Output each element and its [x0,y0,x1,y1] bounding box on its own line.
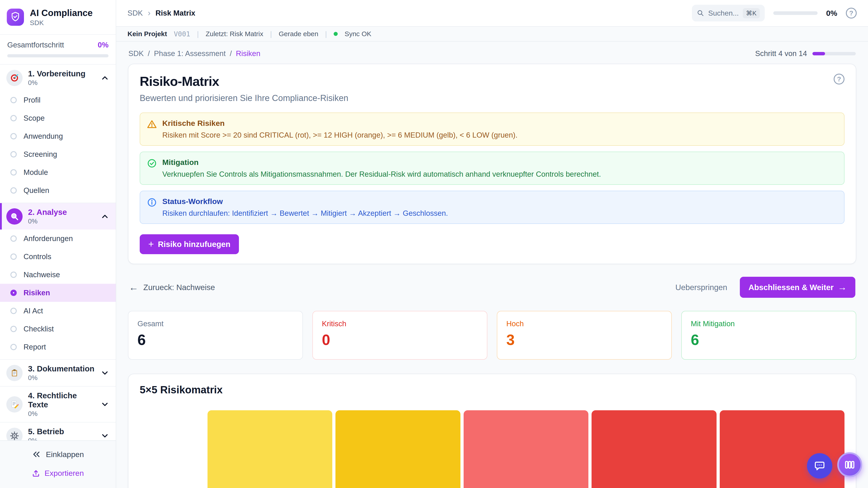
skip-button[interactable]: Ueberspringen [675,283,727,292]
matrix-cell[interactable] [464,410,588,488]
notice-title: Kritische Risiken [162,119,518,128]
divider: | [270,30,272,38]
main-area: SDK › Risk Matrix Suchen... ⌘K 0% ? Kein… [116,0,868,488]
memo-icon [6,396,23,413]
page-title: Risiko-Matrix [140,74,219,89]
section-header-dokumentation[interactable]: 3. Dokumentation 0% [0,360,116,386]
sidebar-item-risiken[interactable]: Risiken [0,284,116,302]
sidebar-item-screening[interactable]: Screening [0,145,116,163]
matrix-cell[interactable] [208,410,332,488]
complete-next-button[interactable]: Abschliessen & Weiter → [740,277,855,298]
header-progress-value: 0% [826,9,837,18]
section-percent: 0% [28,437,95,440]
chevron-down-icon [100,400,110,409]
stat-card-mit-mitigation: Mit Mitigation 6 [681,311,856,360]
section-header-rechtliche-texte[interactable]: 4. Rechtliche Texte 0% [0,387,116,422]
stat-card-gesamt: Gesamt 6 [128,311,303,360]
sidebar-item-nachweise[interactable]: Nachweise [0,266,116,284]
columns-icon [844,459,855,470]
sidebar: AI Compliance SDK Gesamtfortschritt 0% [0,0,116,488]
add-risk-button[interactable]: + Risiko hinzufuegen [140,234,239,254]
sidebar-item-quellen[interactable]: Quellen [0,182,116,199]
chevron-up-icon [100,212,110,221]
step-status-icon [10,115,17,121]
nav-section-betrieb: 5. Betrieb 0% [0,422,116,440]
upload-icon [32,469,40,477]
section-label: 2. Analyse [28,207,95,217]
sidebar-item-checklist[interactable]: Checklist [0,320,116,338]
nav-section-analyse: 2. Analyse 0% Anforderungen Controls Nac… [0,203,116,360]
back-button[interactable]: ← Zurueck: Nachweise [129,282,215,293]
risk-matrix-grid-card: 5×5 Risikomatrix [128,374,856,488]
sidebar-item-profil[interactable]: Profil [0,91,116,109]
sidebar-item-scope[interactable]: Scope [0,109,116,127]
breadcrumb-sdk[interactable]: SDK [128,49,144,58]
step-status-icon [10,271,17,278]
page-subtitle: Bewerten und priorisieren Sie Ihre Compl… [140,93,844,103]
stat-value: 6 [691,331,847,348]
app-root: AI Compliance SDK Gesamtfortschritt 0% [0,0,868,488]
step-status-icon [10,254,17,260]
sidebar-item-module[interactable]: Module [0,163,116,182]
breadcrumb-current: Risk Matrix [156,9,195,18]
shield-check-icon [10,11,21,23]
section-header-analyse[interactable]: 2. Analyse 0% [0,203,116,230]
step-status-icon [10,235,17,242]
section-header-betrieb[interactable]: 5. Betrieb 0% [0,422,116,440]
check-circle-icon [147,158,157,168]
export-button[interactable]: Exportieren [0,469,116,478]
nav-section-rechtliche-texte: 4. Rechtliche Texte 0% [0,387,116,422]
statusbar: Kein Projekt V001 | Zuletzt: Risk Matrix… [116,27,868,41]
gear-icon [6,428,23,441]
breadcrumb-phase[interactable]: Phase 1: Assessment [154,49,225,58]
sidebar-item-report[interactable]: Report [0,338,116,356]
notice-title: Status-Workflow [162,197,448,206]
divider: | [197,30,199,38]
stat-value: 0 [322,331,478,348]
matrix-cell[interactable] [592,410,716,488]
search-placeholder: Suchen... [708,9,739,18]
sidebar-item-controls[interactable]: Controls [0,248,116,266]
overall-progress-label: Gesamtfortschritt [7,41,64,49]
section-label: 5. Betrieb [28,427,95,436]
section-label: 1. Vorbereitung [28,69,95,78]
section-header-vorbereitung[interactable]: 1. Vorbereitung 0% [0,65,116,91]
step-status-icon [10,97,17,103]
breadcrumb-root[interactable]: SDK [127,9,143,18]
search-icon [697,9,704,17]
chat-bubble-icon [814,460,826,472]
divider: | [325,30,327,38]
notice-title: Mitigation [162,158,601,167]
sidebar-nav: 1. Vorbereitung 0% Profil Scope Anwendun… [0,65,116,440]
chevron-up-icon [100,73,110,83]
sidebar-item-anforderungen[interactable]: Anforderungen [0,230,116,248]
chevron-down-icon [100,431,110,440]
overall-progress-bar [7,54,108,57]
chevron-right-icon: › [148,8,151,18]
panel-toggle-fab-button[interactable] [837,452,862,477]
stat-value: 6 [137,331,293,348]
header-progress-bar [773,11,817,15]
app-subtitle: SDK [30,19,93,27]
risk-matrix-card: Risiko-Matrix ? Bewerten und priorisiere… [128,64,856,264]
sidebar-item-anwendung[interactable]: Anwendung [0,127,116,145]
breadcrumb-separator: / [148,49,150,58]
chat-fab-button[interactable] [807,453,832,479]
help-icon[interactable]: ? [846,8,857,19]
step-progress-bar [812,52,856,55]
breadcrumb-risiken: Risiken [236,49,260,58]
step-indicator: Schritt 4 von 14 [755,49,856,58]
version-badge: V001 [174,30,190,38]
arrow-left-icon: ← [129,282,138,293]
nav-section-vorbereitung: 1. Vorbereitung 0% Profil Scope Anwendun… [0,65,116,203]
step-status-icon [10,151,17,158]
app-logo [7,8,24,26]
card-help-icon[interactable]: ? [834,74,844,85]
sidebar-item-ai-act[interactable]: AI Act [0,302,116,320]
search-input[interactable]: Suchen... ⌘K [692,5,765,22]
export-label: Exportieren [44,469,84,478]
risk-matrix-grid [140,410,844,488]
collapse-sidebar-button[interactable]: Einklappen [0,450,116,459]
matrix-cell[interactable] [336,410,460,488]
app-title: AI Compliance [30,8,93,18]
